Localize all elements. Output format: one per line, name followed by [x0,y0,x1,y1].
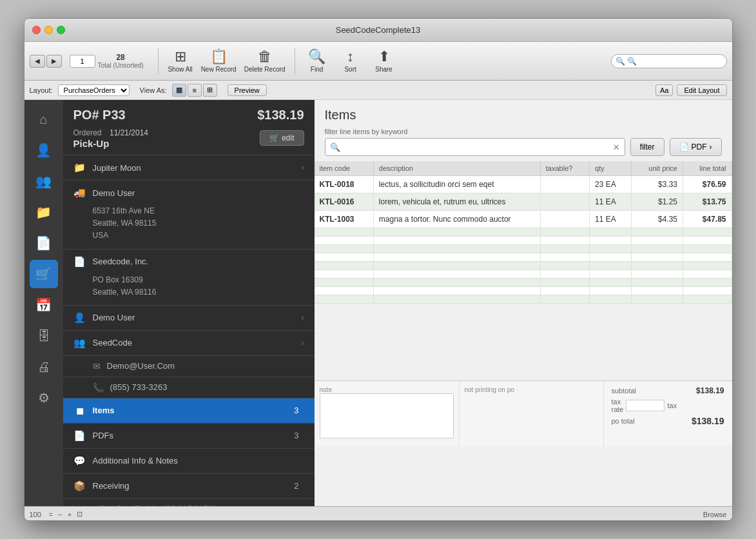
minimize-button[interactable] [44,26,53,34]
close-button[interactable] [32,26,41,34]
toolbar-search: 🔍 [611,54,727,68]
new-record-button[interactable]: 📋 New Record [199,47,239,75]
table-row[interactable] [315,287,732,295]
pdf-icon-btn: 📄 [679,142,689,152]
items-footer: note not printing on po subtotal $138.19… [315,380,732,446]
table-row[interactable] [315,228,732,237]
table-row[interactable] [315,270,732,279]
zoom-minus-icon[interactable]: − [58,511,62,518]
main-content: ⌂ 👤 👥 📁 📄 🛒 📅 🗄 🖨 ⚙ PO# P33 $138.19 Orde… [24,100,732,506]
table-row[interactable] [315,237,732,245]
nav-folder[interactable]: 📁 [30,198,58,226]
view-table-button[interactable]: ⊞ [203,84,217,97]
nav-back-button[interactable]: ◀ [30,55,45,68]
new-record-icon: 📋 [210,50,228,64]
edit-button[interactable]: 🛒 edit [260,130,304,146]
bill-to-name: Seedcode, Inc. [93,257,149,266]
aa-button[interactable]: Aa [655,84,673,96]
nav-document[interactable]: 📄 [30,229,58,257]
contact2-row[interactable]: 👥 SeedCode › [63,331,315,355]
sort-button[interactable]: ↕ Sort [335,47,366,75]
view-form-button[interactable]: ▦ [172,84,186,97]
phone-icon: 📞 [93,382,104,393]
po-total-value: $138.19 [679,416,724,426]
find-button[interactable]: 🔍 Find [302,47,333,75]
cell-line-total: $76.59 [683,176,732,193]
layout-select[interactable]: PurchaseOrders [58,84,130,96]
cell-item-code: KTL-0016 [315,193,374,211]
table-row[interactable] [315,253,732,262]
table-row[interactable]: KTL-0016 lorem, vehicula et, rutrum eu, … [315,193,732,211]
phone-row[interactable]: 📞 (855) 733-3263 [63,377,315,398]
tax-rate-label: tax rate [612,398,624,413]
additional-section: 💬 Additional Info & Notes [63,449,315,474]
preview-button[interactable]: Preview [228,84,267,96]
nav-print[interactable]: 🖨 [30,353,58,381]
items-arrow-icon: ◀ [313,404,315,418]
pdfs-row[interactable]: 📄 PDFs 3 [63,424,315,448]
edit-layout-button[interactable]: Edit Layout [677,84,726,96]
total-sub: Total (Unsorted) [98,62,144,69]
not-printing-label: not printing on po [465,386,598,393]
nav-home[interactable]: ⌂ [30,105,58,133]
cell-unit-price: $1.25 [631,193,683,211]
items-row[interactable]: ◼ Items 3 ◀ [63,398,315,423]
nav-forward-button[interactable]: ▶ [46,55,62,68]
table-row[interactable] [315,262,732,270]
nav-user[interactable]: 👤 [30,136,58,164]
nav-settings[interactable]: ⚙ [30,384,58,412]
ship-addr3: USA [93,230,304,242]
search-mag-icon: 🔍 [615,57,625,66]
cell-qty: 11 EA [590,211,632,228]
note-area: note [315,381,459,446]
table-row[interactable]: KTL-0018 lectus, a sollicitudin orci sem… [315,176,732,193]
vendor-name: Jupiter Moon [93,163,141,173]
table-row[interactable] [315,295,732,304]
nav-calendar[interactable]: 📅 [30,291,58,319]
toolbar: ◀ ▶ 1 28 Total (Unsorted) ⊞ Show All 📋 N… [24,42,732,81]
note-label: note [320,386,454,393]
table-row[interactable] [315,245,732,253]
show-all-button[interactable]: ⊞ Show All [165,47,196,75]
tax-rate-input[interactable] [626,400,664,411]
view-list-button[interactable]: ≡ [188,84,202,97]
filter-clear-icon[interactable]: ✕ [613,142,620,152]
browse-mode: Browse [703,511,727,518]
nav-cart[interactable]: 🛒 [30,260,58,288]
pdf-button[interactable]: 📄 PDF › [670,138,722,156]
nav-storage[interactable]: 🗄 [30,322,58,350]
ordered-label: Ordered [73,128,102,137]
app-window: SeedCodeComplete13 ◀ ▶ 1 28 Total (Unsor… [24,18,733,521]
vendor-row[interactable]: 📁 Jupiter Moon › [63,155,315,180]
email-section: ✉ Demo@User.Com [63,356,315,377]
nav-users[interactable]: 👥 [30,167,58,195]
additional-row[interactable]: 💬 Additional Info & Notes [63,449,315,473]
table-row[interactable] [315,279,732,287]
contact1-section: 👤 Demo User › [63,306,315,331]
pdf-icon: 📄 [73,430,86,442]
pdf-label: PDF [692,142,707,152]
filter-button[interactable]: filter [630,138,664,156]
col-taxable: taxable? [540,161,589,176]
email-row[interactable]: ✉ Demo@User.Com [63,356,315,377]
items-panel: Items filter line items by keyword 🔍 ✕ f… [315,100,732,506]
search-input[interactable] [611,54,727,68]
contact1-row[interactable]: 👤 Demo User › [63,306,315,330]
contact1-icon: 👤 [73,312,86,324]
record-header: PO# P33 $138.19 Ordered 11/21/2014 Pick-… [63,100,315,155]
record-number-input[interactable]: 1 [70,55,95,68]
col-item-code: item code [315,161,374,176]
email-value: Demo@User.Com [107,361,175,371]
zoom-plus-icon[interactable]: + [68,511,72,518]
note-textarea[interactable] [320,393,454,438]
table-row[interactable]: KTL-1003 magna a tortor. Nunc commodo au… [315,211,732,228]
contact2-icon: 👥 [73,337,86,349]
contact1-chevron-icon: › [302,313,304,322]
items-panel-header: Items filter line items by keyword 🔍 ✕ f… [315,100,732,161]
receiving-row[interactable]: 📦 Receiving 2 [63,474,315,498]
filter-input[interactable] [325,138,625,156]
maximize-button[interactable] [57,26,65,34]
delete-record-button[interactable]: 🗑 Delete Record [242,47,288,75]
cell-item-code: KTL-1003 [315,211,374,228]
share-button[interactable]: ⬆ Share [369,47,400,75]
